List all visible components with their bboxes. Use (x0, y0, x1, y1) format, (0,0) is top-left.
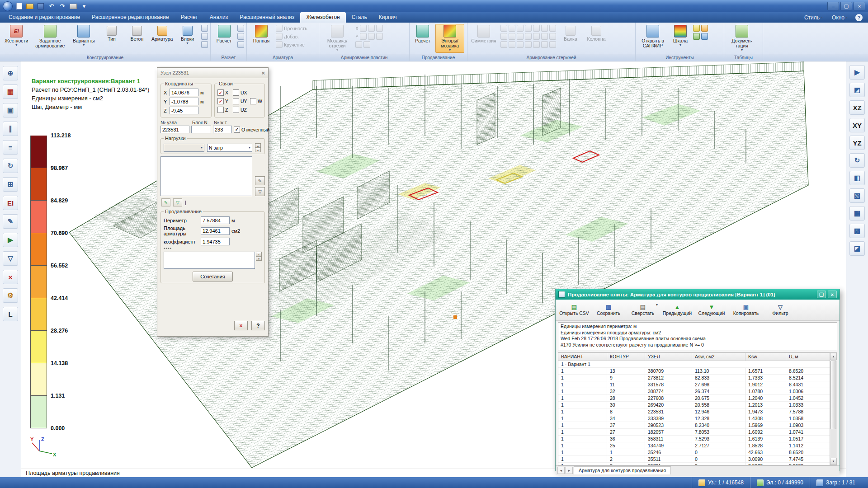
table-row[interactable]: 1363583117.52931.61391.0517 (558, 436, 830, 442)
delete-icon[interactable]: × (3, 270, 18, 284)
maximize-button[interactable]: ▢ (840, 2, 852, 10)
pan-icon[interactable]: ⊕ (3, 66, 18, 80)
filter-button[interactable]: ▽ Фильтр (764, 301, 797, 319)
vertical-scrollbar[interactable]: ▴ ▾ (830, 353, 837, 465)
table-row[interactable]: 113380709113.101.65718.6520 (558, 368, 830, 375)
wireframe-view-icon[interactable]: ▦ (849, 206, 865, 221)
stiffness-button[interactable]: EI Жесткости ▾ (2, 24, 31, 48)
edit-selection-button[interactable]: ✎ (255, 176, 265, 185)
table-window-title-bar[interactable]: Продавливание плиты: Арматура для контур… (556, 289, 840, 300)
coord-x-field[interactable] (170, 89, 198, 96)
perspective-view-icon[interactable]: ▧ (849, 188, 865, 203)
ribbon-tab[interactable]: Железобетон (300, 12, 345, 23)
scroll-up-icon[interactable]: ▴ (830, 353, 837, 360)
table-row[interactable]: 12822760820.6751.20401.0452 (558, 395, 830, 402)
save-button[interactable]: ▥ Сохранить (592, 301, 625, 319)
small-tool-icon[interactable] (201, 33, 208, 40)
print-icon[interactable] (69, 2, 78, 10)
minimize-button[interactable]: – (827, 2, 839, 10)
copy-view-icon[interactable]: ▣ (3, 103, 18, 117)
select-cursor-icon[interactable]: ▶ (849, 65, 865, 80)
dialog-help-button[interactable]: ? (251, 321, 265, 330)
length-icon[interactable]: L (3, 307, 18, 321)
resize-grip[interactable] (862, 477, 868, 488)
open-sapfir-button[interactable]: Открыть в САПФИР (637, 24, 668, 49)
new-file-icon[interactable] (14, 2, 24, 10)
table-row[interactable]: 1135246042.6638.6520 (558, 449, 830, 456)
small-tool-icon[interactable] (693, 25, 700, 32)
type-button[interactable]: Тип (100, 24, 124, 42)
close-button[interactable]: × (854, 2, 865, 10)
model-cube-icon[interactable]: ◪ (849, 241, 865, 256)
save-icon[interactable] (36, 2, 45, 10)
scroll-thumb[interactable] (830, 361, 836, 429)
table-row[interactable]: 1271820577.80531.60921.0741 (558, 429, 830, 436)
previous-button[interactable]: ▲ Предыдущий (660, 301, 694, 319)
load-spinner[interactable]: ▴▾ (255, 143, 261, 152)
edit-load-icon[interactable]: ✎ (161, 198, 170, 206)
perimeter-field[interactable] (201, 216, 230, 224)
window-menu[interactable]: Окно▾ (828, 14, 852, 21)
view-xy-button[interactable]: XY (849, 118, 865, 132)
filter-load-icon[interactable]: ▽ (173, 198, 182, 206)
coord-z-field[interactable] (170, 107, 198, 114)
redo-icon[interactable]: ↷ (58, 2, 67, 10)
tab-right-icon[interactable]: ▸ (566, 467, 573, 474)
load-select[interactable]: ▾ (164, 144, 204, 152)
maximize-icon[interactable]: ▢ (817, 291, 826, 298)
ribbon-tab[interactable]: Расширенный анализ (234, 12, 300, 23)
memo-spinner[interactable]: ▴▾ (256, 252, 262, 269)
link-w-checkbox[interactable] (250, 98, 256, 104)
link-uy-checkbox[interactable] (233, 98, 239, 104)
play-icon[interactable]: ▶ (3, 233, 18, 247)
help-icon[interactable]: ? (855, 14, 863, 21)
cancel-button[interactable]: × (234, 321, 248, 330)
column-header[interactable]: ВАРИАНТ (558, 353, 607, 361)
undo-icon[interactable]: ↶ (47, 2, 56, 10)
link-ux-checkbox[interactable] (233, 89, 239, 96)
blocks-button[interactable]: Блоки ▾ (175, 24, 199, 45)
link-z-checkbox[interactable] (217, 107, 224, 113)
open-csv-button[interactable]: ▤ Открыть CSV (557, 301, 591, 319)
link-uz-checkbox[interactable] (233, 107, 239, 113)
results-table[interactable]: ВАРИАНТКОНТУРУЗЕЛAsw, см2KswU, м 1 - Вар… (558, 352, 837, 465)
table-row[interactable]: 13026942020.5581.20131.0333 (558, 402, 830, 408)
coord-y-field[interactable] (170, 98, 198, 105)
concrete-button[interactable]: Бетон (125, 24, 149, 42)
table-row[interactable]: 1927381282.8331.73338.5214 (558, 375, 830, 381)
dialog-title-bar[interactable]: Узел 223531 × (157, 68, 268, 78)
column-header[interactable]: Ksw (745, 353, 786, 361)
coefficient-field[interactable] (201, 238, 230, 245)
ribbon-tab[interactable]: Анализ (204, 12, 234, 23)
table-row[interactable]: 13433338912.3281.43081.0358 (558, 415, 830, 422)
load-number-combo[interactable]: N загр▾ (207, 144, 252, 152)
zht-number-field[interactable] (213, 126, 232, 133)
calc-button[interactable]: Расчет (212, 24, 236, 44)
small-tool-icon[interactable] (701, 25, 708, 32)
mesh-icon[interactable]: ⊞ (3, 177, 18, 192)
stiffness-icon[interactable]: EI (3, 196, 18, 210)
style-menu[interactable]: Стиль▾ (800, 14, 827, 21)
isometric-view-icon[interactable]: ◧ (849, 171, 865, 185)
punching-diagrams-button[interactable]: Эпюры/мозаика ▾ (435, 24, 464, 53)
table-row[interactable]: 13230877426.3741.07801.0306 (558, 388, 830, 395)
link-y-checkbox[interactable]: ✓ (217, 98, 224, 104)
rotate-icon[interactable]: ↻ (3, 159, 18, 173)
small-tool-icon[interactable] (237, 25, 244, 32)
open-file-icon[interactable] (25, 2, 34, 10)
close-icon[interactable]: × (828, 291, 837, 298)
rebar-area-field[interactable] (201, 227, 230, 235)
copy-button[interactable]: ▣ Копировать (729, 301, 763, 319)
close-icon[interactable]: × (261, 70, 265, 76)
small-tool-icon[interactable] (693, 33, 700, 40)
settings-icon[interactable]: ⚙ (3, 288, 18, 303)
column-header[interactable]: УЗЕЛ (645, 353, 692, 361)
small-tool-icon[interactable] (201, 25, 208, 32)
rebar-button[interactable]: Арматура (150, 24, 174, 42)
combinations-button[interactable]: Сочетания (193, 272, 233, 282)
qat-dropdown-icon[interactable]: ▾ (80, 2, 89, 10)
clear-selection-button[interactable]: ▽ (255, 187, 265, 196)
ribbon-tab[interactable]: Расширенное редактирование (86, 12, 175, 23)
flags-icon[interactable]: ≡ (3, 140, 18, 155)
punching-memo[interactable] (164, 252, 255, 269)
